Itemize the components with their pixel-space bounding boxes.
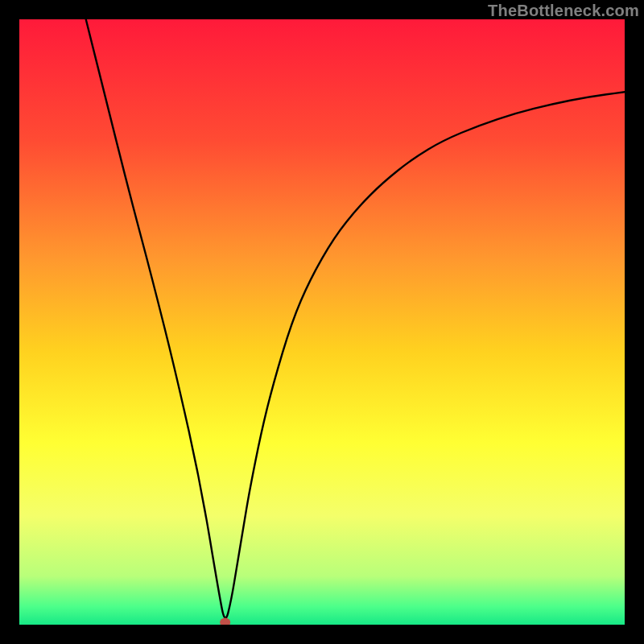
watermark-text: TheBottleneck.com [488, 2, 639, 20]
bottleneck-chart [19, 19, 625, 625]
gradient-background [19, 19, 625, 625]
plot-frame [19, 19, 625, 625]
